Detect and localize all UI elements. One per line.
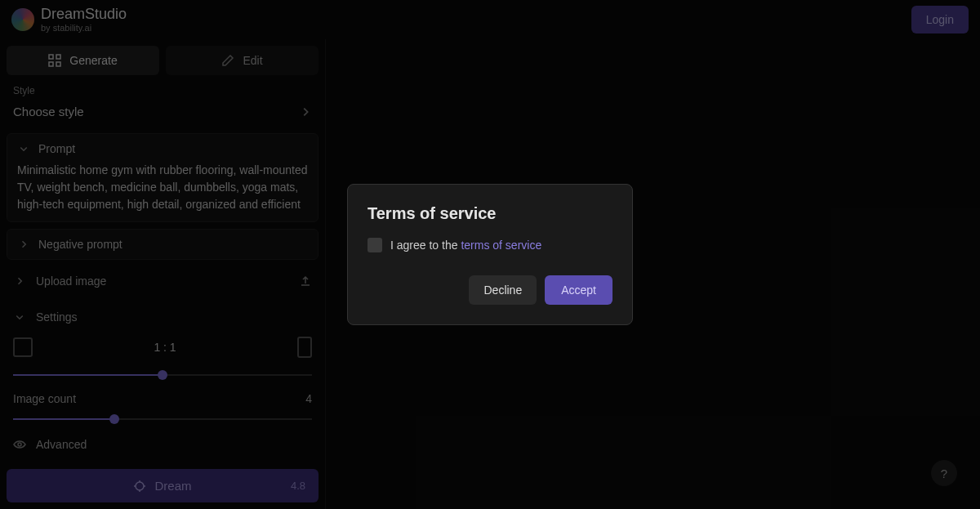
tos-link[interactable]: terms of service	[461, 239, 541, 252]
terms-modal: Terms of service I agree to the terms of…	[347, 184, 633, 325]
modal-actions: Decline Accept	[368, 275, 612, 305]
agree-text: I agree to the terms of service	[390, 239, 541, 252]
accept-button[interactable]: Accept	[545, 275, 612, 305]
decline-button[interactable]: Decline	[469, 275, 537, 305]
modal-title: Terms of service	[368, 204, 612, 223]
agree-checkbox[interactable]	[368, 238, 382, 252]
modal-overlay[interactable]: Terms of service I agree to the terms of…	[0, 0, 980, 509]
agree-row: I agree to the terms of service	[368, 238, 612, 252]
